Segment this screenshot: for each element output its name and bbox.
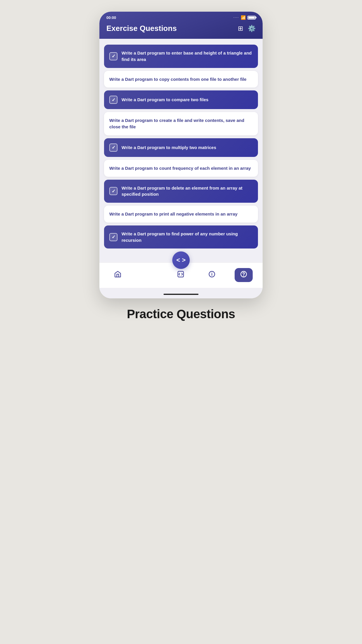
question-text-5: Write a Dart program to multiply two mat… <box>122 144 216 151</box>
time-display: 00:00 <box>106 15 116 20</box>
page-title: Exercise Questions <box>106 24 177 33</box>
svg-point-5 <box>243 276 244 276</box>
phone-header: 00:00 ···· 📶 Exercise Questions ⊞ ⚙️ <box>99 12 263 39</box>
question-card-1[interactable]: ✓Write a Dart program to enter base and … <box>104 45 258 68</box>
nav-item-code[interactable] <box>172 269 189 281</box>
grid-icon[interactable]: ⊞ <box>238 25 243 32</box>
question-card-4[interactable]: Write a Dart program to create a file an… <box>104 112 258 135</box>
wifi-icon: 📶 <box>241 15 246 20</box>
question-text-4: Write a Dart program to create a file an… <box>109 117 253 130</box>
question-text-8: Write a Dart program to print all negati… <box>109 211 238 217</box>
question-card-5[interactable]: ✓Write a Dart program to multiply two ma… <box>104 138 258 157</box>
signal-dots-icon: ···· <box>233 16 239 19</box>
checkbox-3: ✓ <box>109 96 117 104</box>
question-card-7[interactable]: ✓Write a Dart program to delete an eleme… <box>104 180 258 203</box>
nav-item-home[interactable] <box>109 269 126 281</box>
question-card-3[interactable]: ✓Write a Dart program to compare two fil… <box>104 90 258 109</box>
nav-home-icon <box>114 270 122 280</box>
nav-info-icon <box>208 270 216 280</box>
nav-actions: ⊞ ⚙️ <box>238 25 256 32</box>
question-text-7: Write a Dart program to delete an elemen… <box>122 185 253 198</box>
check-icon-5: ✓ <box>112 145 115 150</box>
check-icon-9: ✓ <box>112 234 115 240</box>
checkbox-7: ✓ <box>109 187 117 195</box>
code-icon: < > <box>176 256 186 264</box>
question-card-8[interactable]: Write a Dart program to print all negati… <box>104 206 258 223</box>
battery-icon <box>247 16 256 20</box>
nav-code-icon <box>177 270 184 280</box>
nav-item-info[interactable] <box>203 269 220 281</box>
fab-container: < > <box>99 251 263 269</box>
home-bar <box>164 294 198 295</box>
checkbox-1: ✓ <box>109 52 117 60</box>
status-icons: ···· 📶 <box>233 15 256 20</box>
check-icon-3: ✓ <box>112 97 115 103</box>
phone-shell: 00:00 ···· 📶 Exercise Questions ⊞ ⚙️ ✓Wr… <box>99 12 263 298</box>
question-list: ✓Write a Dart program to enter base and … <box>99 39 263 251</box>
question-text-2: Write a Dart program to copy contents fr… <box>109 76 247 83</box>
home-indicator <box>99 291 263 298</box>
checkbox-5: ✓ <box>109 144 117 152</box>
checkbox-9: ✓ <box>109 233 117 241</box>
page-label: Practice Questions <box>127 307 235 321</box>
bottom-nav-wrapper: < > <box>99 251 263 291</box>
nav-help-icon <box>240 270 247 280</box>
question-text-9: Write a Dart program to find power of an… <box>122 231 253 244</box>
question-text-3: Write a Dart program to compare two file… <box>122 97 208 103</box>
nav-item-help[interactable] <box>235 268 253 282</box>
fab-button[interactable]: < > <box>172 251 190 269</box>
app-nav-bar: Exercise Questions ⊞ ⚙️ <box>99 22 263 39</box>
check-icon-1: ✓ <box>112 53 115 59</box>
question-text-6: Write a Dart program to count frequency … <box>109 165 251 172</box>
question-card-6[interactable]: Write a Dart program to count frequency … <box>104 160 258 177</box>
check-icon-7: ✓ <box>112 188 115 194</box>
question-text-1: Write a Dart program to enter base and h… <box>122 50 253 63</box>
question-card-2[interactable]: Write a Dart program to copy contents fr… <box>104 71 258 88</box>
status-bar: 00:00 ···· 📶 <box>99 12 263 22</box>
settings-icon[interactable]: ⚙️ <box>248 25 256 32</box>
question-card-9[interactable]: ✓Write a Dart program to find power of a… <box>104 225 258 249</box>
